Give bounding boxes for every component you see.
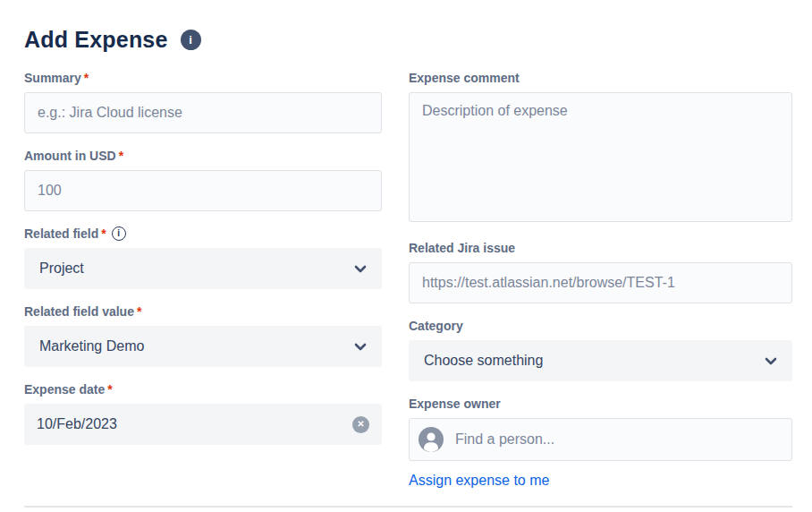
expense-date-group: Expense date * 10/Feb/2023 ✕ xyxy=(24,382,382,445)
form-right-column: Expense comment Related Jira issue Categ… xyxy=(409,71,792,489)
required-marker: * xyxy=(107,382,112,397)
required-marker: * xyxy=(137,304,141,319)
expense-date-input[interactable]: 10/Feb/2023 ✕ xyxy=(24,404,382,445)
expense-comment-group: Expense comment xyxy=(409,71,792,226)
related-field-select[interactable]: Project xyxy=(24,248,382,289)
expense-comment-label: Expense comment xyxy=(409,71,520,85)
expense-date-value: 10/Feb/2023 xyxy=(37,416,117,432)
amount-field-group: Amount in USD * xyxy=(24,149,382,211)
related-field-selected-value: Project xyxy=(39,260,84,277)
expense-form: Summary * Amount in USD * Related field … xyxy=(24,71,792,489)
related-field-info-icon[interactable]: i xyxy=(112,226,126,241)
related-field-group: Related field * i Project xyxy=(24,226,382,289)
clear-date-icon[interactable]: ✕ xyxy=(352,416,369,433)
related-field-value-selected: Marketing Demo xyxy=(39,338,144,354)
expense-owner-label: Expense owner xyxy=(409,397,501,411)
related-jira-issue-group: Related Jira issue xyxy=(409,241,792,303)
summary-input[interactable] xyxy=(24,92,382,133)
assign-expense-to-me-link[interactable]: Assign expense to me xyxy=(409,473,549,489)
related-jira-issue-input[interactable] xyxy=(409,262,792,303)
title-info-icon[interactable]: i xyxy=(181,30,201,50)
required-marker: * xyxy=(119,149,123,163)
expense-date-label: Expense date xyxy=(24,382,105,397)
chevron-down-icon xyxy=(354,265,367,273)
related-field-value-group: Related field value * Marketing Demo xyxy=(24,304,382,367)
related-jira-issue-label: Related Jira issue xyxy=(409,241,515,255)
category-select[interactable]: Choose something xyxy=(409,340,792,381)
expense-comment-textarea[interactable] xyxy=(409,92,792,222)
chevron-down-icon xyxy=(765,357,777,365)
page-header: Add Expense i xyxy=(24,27,792,53)
required-marker: * xyxy=(101,226,106,241)
summary-label: Summary xyxy=(24,71,81,85)
category-label: Category xyxy=(409,319,463,333)
amount-label: Amount in USD xyxy=(24,149,116,163)
add-expense-page: Add Expense i Summary * Amount in USD * xyxy=(0,0,812,512)
summary-field-group: Summary * xyxy=(24,71,382,133)
form-left-column: Summary * Amount in USD * Related field … xyxy=(24,71,382,460)
expense-owner-input[interactable] xyxy=(455,431,782,448)
amount-input[interactable] xyxy=(24,170,382,211)
related-field-value-select[interactable]: Marketing Demo xyxy=(24,326,382,367)
bottom-divider xyxy=(24,506,792,508)
chevron-down-icon xyxy=(354,343,367,351)
expense-owner-group: Expense owner Assign expense to me xyxy=(409,397,792,489)
related-field-value-label: Related field value xyxy=(24,304,134,319)
expense-owner-picker[interactable] xyxy=(409,418,792,461)
required-marker: * xyxy=(84,71,89,85)
person-avatar-icon xyxy=(419,427,444,452)
category-group: Category Choose something xyxy=(409,319,792,381)
page-title: Add Expense xyxy=(24,27,168,53)
related-field-label: Related field xyxy=(24,226,98,241)
category-selected-value: Choose something xyxy=(424,353,543,369)
